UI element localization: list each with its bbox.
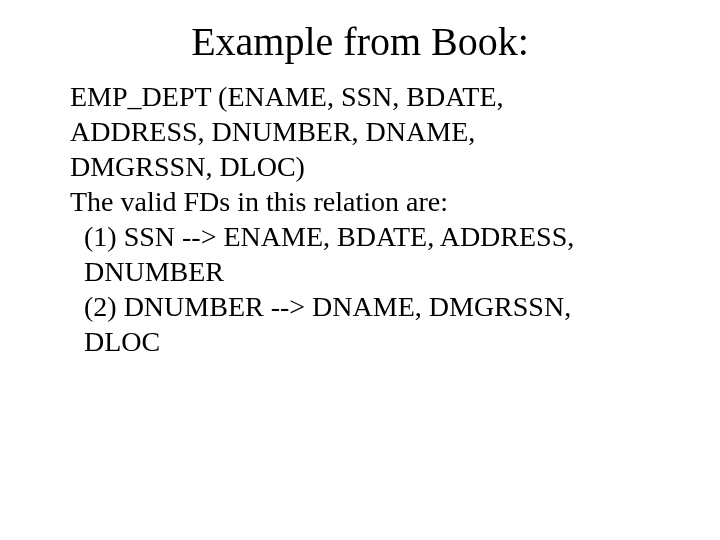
fd2-line-2: DLOC <box>70 324 662 359</box>
fd2-line-1: (2) DNUMBER --> DNAME, DMGRSSN, <box>70 289 662 324</box>
slide: Example from Book: EMP_DEPT (ENAME, SSN,… <box>0 0 720 540</box>
schema-line-2: ADDRESS, DNUMBER, DNAME, <box>70 114 662 149</box>
fd1-line-2: DNUMBER <box>70 254 662 289</box>
fd-intro: The valid FDs in this relation are: <box>70 184 662 219</box>
schema-line-3: DMGRSSN, DLOC) <box>70 149 662 184</box>
schema-line-1: EMP_DEPT (ENAME, SSN, BDATE, <box>70 79 662 114</box>
slide-body: EMP_DEPT (ENAME, SSN, BDATE, ADDRESS, DN… <box>0 75 720 359</box>
slide-title: Example from Book: <box>0 0 720 75</box>
fd1-line-1: (1) SSN --> ENAME, BDATE, ADDRESS, <box>70 219 662 254</box>
